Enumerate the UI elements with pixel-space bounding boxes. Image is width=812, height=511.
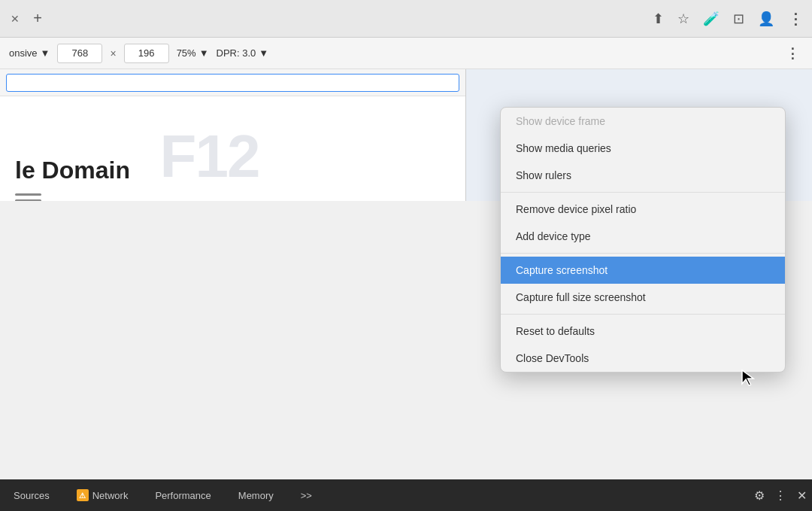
menu-item-add-device-type[interactable]: Add device type xyxy=(501,223,785,250)
devtools-close-icon[interactable]: ✕ xyxy=(791,485,812,506)
browser-action-icons: ⬆ ☆ 🧪 ⊡ 👤 ⋮ xyxy=(653,10,803,28)
f12-watermark: F12 xyxy=(160,122,259,191)
dpr-chevron-icon: ▼ xyxy=(259,47,268,59)
network-warning-badge: ⚠ xyxy=(77,489,89,501)
zoom-chevron-icon: ▼ xyxy=(199,47,209,59)
toolbar-more-button[interactable]: ⋮ xyxy=(782,43,803,64)
viewport-height-input[interactable] xyxy=(124,44,169,63)
tab-close-button[interactable]: ✕ xyxy=(9,13,21,25)
zoom-label: 75% xyxy=(177,47,196,59)
menu-item-reset-to-defaults[interactable]: Reset to defaults xyxy=(501,318,785,345)
sources-tab-label: Sources xyxy=(14,490,50,501)
more-tabs-label: >> xyxy=(301,490,312,501)
devtools-responsive-toolbar: onsive ▼ × 75% ▼ DPR: 3.0 ▼ ⋮ xyxy=(0,38,812,69)
viewport-content: F12 le Domain xyxy=(0,96,465,201)
context-menu: Show device frame Show media queries Sho… xyxy=(500,107,786,373)
menu-divider-2 xyxy=(501,253,785,254)
viewport-url-box[interactable] xyxy=(6,74,459,92)
new-tab-button[interactable]: + xyxy=(27,8,48,29)
performance-tab-label: Performance xyxy=(155,490,211,501)
network-tab-label: Network xyxy=(92,490,129,501)
dpr-label: DPR: 3.0 xyxy=(217,47,256,59)
devtools-tab-network[interactable]: ⚠ Network xyxy=(63,479,142,511)
devtools-tab-sources[interactable]: Sources xyxy=(0,479,63,511)
menu-divider-1 xyxy=(501,192,785,193)
split-view-icon[interactable]: ⊡ xyxy=(733,11,744,27)
profile-icon[interactable]: 👤 xyxy=(758,11,774,27)
extension-icon[interactable]: 🧪 xyxy=(703,11,720,27)
dimension-separator: × xyxy=(110,47,116,59)
menu-item-show-rulers[interactable]: Show rulers xyxy=(501,162,785,189)
devtools-tab-memory[interactable]: Memory xyxy=(225,479,287,511)
menu-item-remove-device-pixel-ratio[interactable]: Remove device pixel ratio xyxy=(501,196,785,223)
hamburger-menu-icon xyxy=(15,193,41,201)
bookmark-icon[interactable]: ☆ xyxy=(677,11,689,27)
hamburger-line-1 xyxy=(15,193,41,196)
share-icon[interactable]: ⬆ xyxy=(653,11,664,27)
hamburger-line-2 xyxy=(15,199,41,201)
responsive-device-selector[interactable]: onsive ▼ xyxy=(9,47,50,59)
devtools-settings-icon[interactable]: ⚙ xyxy=(749,485,770,506)
menu-item-show-media-queries[interactable]: Show media queries xyxy=(501,135,785,162)
devtools-tabbar: Sources ⚠ Network Performance Memory >> … xyxy=(0,479,812,511)
responsive-label: onsive xyxy=(9,47,38,59)
dpr-selector[interactable]: DPR: 3.0 ▼ xyxy=(217,47,269,59)
browser-more-button[interactable]: ⋮ xyxy=(788,10,803,28)
menu-item-show-device-frame[interactable]: Show device frame xyxy=(501,108,785,135)
devtools-tab-performance[interactable]: Performance xyxy=(141,479,224,511)
menu-item-capture-screenshot[interactable]: Capture screenshot xyxy=(501,257,785,284)
memory-tab-label: Memory xyxy=(238,490,274,501)
devtools-more-icon[interactable]: ⋮ xyxy=(770,485,791,506)
menu-item-capture-full-size[interactable]: Capture full size screenshot xyxy=(501,284,785,311)
menu-divider-3 xyxy=(501,314,785,315)
viewport-inner: F12 le Domain xyxy=(0,69,466,201)
zoom-selector[interactable]: 75% ▼ xyxy=(177,47,209,59)
menu-item-close-devtools[interactable]: Close DevTools xyxy=(501,345,785,372)
browser-top-bar: ✕ + ⬆ ☆ 🧪 ⊡ 👤 ⋮ xyxy=(0,0,812,38)
viewport-width-input[interactable] xyxy=(57,44,102,63)
viewport-address-bar xyxy=(0,69,465,96)
responsive-chevron-icon: ▼ xyxy=(41,47,50,59)
devtools-tab-more[interactable]: >> xyxy=(287,479,326,511)
